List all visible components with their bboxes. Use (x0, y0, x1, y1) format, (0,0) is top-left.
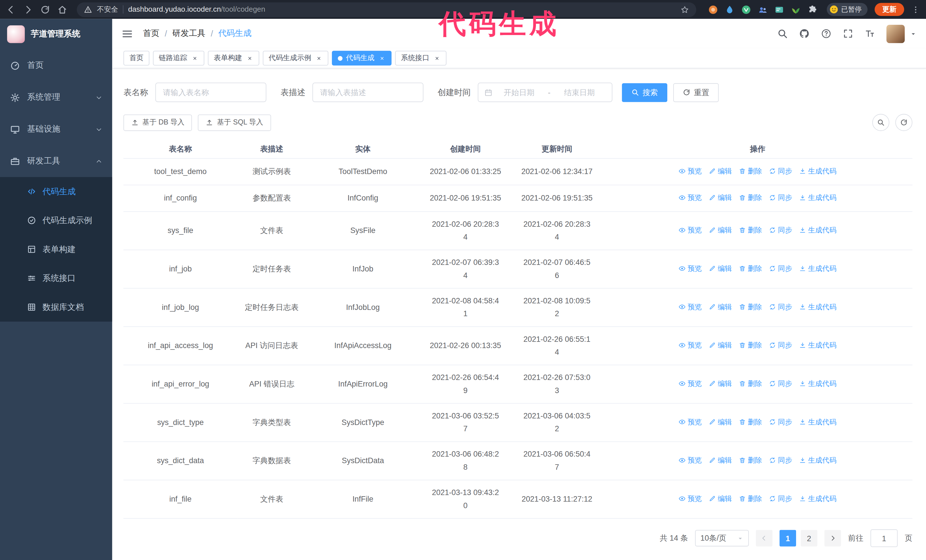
extensions-puzzle-icon[interactable] (807, 5, 817, 15)
generate-code-link[interactable]: 生成代码 (799, 339, 837, 352)
edit-link[interactable]: 编辑 (709, 300, 732, 313)
forward-icon[interactable] (23, 5, 33, 15)
back-icon[interactable] (6, 5, 16, 15)
sidebar-item-codegen[interactable]: 代码生成 (0, 177, 112, 206)
toggle-search-button[interactable] (872, 114, 889, 131)
delete-link[interactable]: 删除 (739, 165, 762, 178)
address-bar[interactable]: 不安全 dashboard.yudao.iocoder.cn/tool/code… (77, 2, 696, 17)
prev-page-button[interactable] (756, 530, 772, 546)
sidebar-item-form-builder[interactable]: 表单构建 (0, 235, 112, 264)
sync-link[interactable]: 同步 (769, 300, 792, 313)
edit-link[interactable]: 编辑 (709, 377, 732, 390)
delete-link[interactable]: 删除 (739, 223, 762, 237)
preview-link[interactable]: 预览 (679, 165, 702, 178)
edit-link[interactable]: 编辑 (709, 492, 732, 505)
extension-orange-icon[interactable] (708, 5, 718, 15)
breadcrumb-dev-tools[interactable]: 研发工具 (172, 28, 206, 39)
close-tab-button[interactable] (246, 54, 253, 62)
preview-link[interactable]: 预览 (679, 300, 702, 313)
extension-leaf-icon[interactable] (790, 5, 800, 15)
sync-link[interactable]: 同步 (769, 492, 792, 505)
tab-form-builder[interactable]: 表单构建 (208, 51, 259, 65)
sidebar-item-codegen-example[interactable]: 代码生成示例 (0, 206, 112, 235)
edit-link[interactable]: 编辑 (709, 165, 732, 178)
generate-code-link[interactable]: 生成代码 (799, 262, 837, 275)
close-tab-button[interactable] (378, 54, 386, 62)
extension-vue-icon[interactable] (741, 5, 751, 15)
preview-link[interactable]: 预览 (679, 223, 702, 237)
page-button-2[interactable]: 2 (801, 530, 817, 546)
preview-link[interactable]: 预览 (679, 339, 702, 352)
generate-code-link[interactable]: 生成代码 (799, 454, 837, 467)
sidebar-item-system-api[interactable]: 系统接口 (0, 264, 112, 293)
search-button[interactable]: 搜索 (622, 83, 667, 102)
sidebar-item-system-manage[interactable]: 系统管理 (0, 82, 112, 113)
preview-link[interactable]: 预览 (679, 377, 702, 390)
tab-tracer[interactable]: 链路追踪 (153, 51, 204, 65)
edit-link[interactable]: 编辑 (709, 191, 732, 204)
chrome-menu-icon[interactable] (911, 5, 920, 14)
page-button-1[interactable]: 1 (779, 530, 796, 546)
delete-link[interactable]: 删除 (739, 454, 762, 467)
sync-link[interactable]: 同步 (769, 339, 792, 352)
github-icon[interactable] (799, 28, 809, 39)
preview-link[interactable]: 预览 (679, 415, 702, 429)
home-icon[interactable] (57, 5, 67, 15)
font-size-icon[interactable] (864, 28, 875, 39)
edit-link[interactable]: 编辑 (709, 262, 732, 275)
extension-drop-icon[interactable] (724, 5, 734, 15)
delete-link[interactable]: 删除 (739, 300, 762, 313)
sync-link[interactable]: 同步 (769, 262, 792, 275)
sidebar-item-dev-tools[interactable]: 研发工具 (0, 145, 112, 177)
sidebar-item-infrastructure[interactable]: 基础设施 (0, 113, 112, 145)
bookmark-star-icon[interactable] (680, 5, 689, 14)
import-sql-button[interactable]: 基于 SQL 导入 (198, 114, 271, 131)
edit-link[interactable]: 编辑 (709, 339, 732, 352)
preview-link[interactable]: 预览 (679, 191, 702, 204)
reset-button[interactable]: 重置 (673, 83, 719, 102)
edit-link[interactable]: 编辑 (709, 454, 732, 467)
sync-link[interactable]: 同步 (769, 223, 792, 237)
import-db-button[interactable]: 基于 DB 导入 (123, 114, 192, 131)
refresh-table-button[interactable] (895, 114, 912, 131)
page-size-select[interactable]: 10条/页 (695, 530, 749, 546)
tab-home[interactable]: 首页 (123, 51, 149, 65)
close-tab-button[interactable] (191, 54, 198, 62)
close-tab-button[interactable] (433, 54, 440, 62)
fullscreen-icon[interactable] (843, 28, 853, 39)
reload-icon[interactable] (40, 5, 50, 15)
delete-link[interactable]: 删除 (739, 415, 762, 429)
sync-link[interactable]: 同步 (769, 165, 792, 178)
preview-link[interactable]: 预览 (679, 454, 702, 467)
tab-codegen-example[interactable]: 代码生成示例 (263, 51, 328, 65)
search-icon[interactable] (777, 28, 788, 39)
generate-code-link[interactable]: 生成代码 (799, 165, 837, 178)
close-tab-button[interactable] (315, 54, 322, 62)
sync-link[interactable]: 同步 (769, 377, 792, 390)
user-avatar[interactable] (887, 24, 905, 43)
chrome-update-button[interactable]: 更新 (875, 3, 904, 16)
generate-code-link[interactable]: 生成代码 (799, 377, 837, 390)
sidebar-toggle-icon[interactable] (122, 28, 133, 39)
help-icon[interactable] (821, 28, 831, 39)
generate-code-link[interactable]: 生成代码 (799, 223, 837, 237)
goto-page-input[interactable] (870, 529, 897, 547)
extension-people-icon[interactable] (757, 5, 767, 15)
sync-link[interactable]: 同步 (769, 415, 792, 429)
delete-link[interactable]: 删除 (739, 191, 762, 204)
sync-link[interactable]: 同步 (769, 191, 792, 204)
preview-link[interactable]: 预览 (679, 492, 702, 505)
sidebar-item-db-doc[interactable]: 数据库文档 (0, 293, 112, 322)
delete-link[interactable]: 删除 (739, 492, 762, 505)
generate-code-link[interactable]: 生成代码 (799, 492, 837, 505)
table-name-input[interactable] (155, 83, 266, 102)
edit-link[interactable]: 编辑 (709, 223, 732, 237)
extension-card-icon[interactable] (774, 5, 784, 15)
preview-link[interactable]: 预览 (679, 262, 702, 275)
edit-link[interactable]: 编辑 (709, 415, 732, 429)
generate-code-link[interactable]: 生成代码 (799, 300, 837, 313)
profile-paused-badge[interactable]: 已暂停 (826, 3, 868, 16)
delete-link[interactable]: 删除 (739, 262, 762, 275)
generate-code-link[interactable]: 生成代码 (799, 191, 837, 204)
table-desc-input[interactable] (312, 83, 424, 102)
